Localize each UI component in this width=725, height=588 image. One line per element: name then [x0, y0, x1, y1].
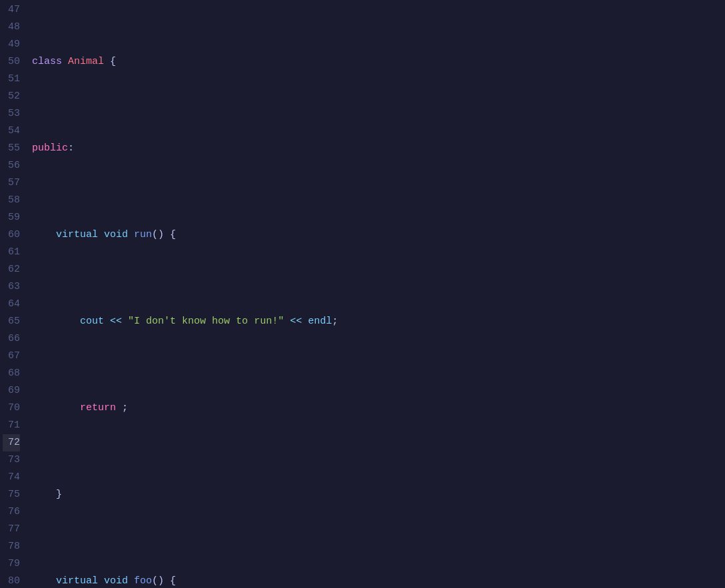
line-num-73: 73 [3, 451, 20, 469]
code-line-48: public: [32, 140, 725, 157]
line-num-47: 47 [3, 1, 20, 19]
line-num-64: 64 [3, 296, 20, 313]
line-num-68: 68 [3, 365, 20, 382]
line-num-69: 69 [3, 382, 20, 400]
line-num-70: 70 [3, 400, 20, 417]
line-num-60: 60 [3, 226, 20, 244]
line-num-56: 56 [3, 157, 20, 174]
line-num-77: 77 [3, 521, 20, 538]
line-num-51: 51 [3, 71, 20, 88]
line-num-80: 80 [3, 573, 20, 588]
code-line-52: } [32, 486, 725, 503]
line-num-65: 65 [3, 313, 20, 330]
line-num-76: 76 [3, 503, 20, 521]
line-num-67: 67 [3, 348, 20, 365]
code-content: class Animal { public: virtual void run(… [25, 1, 725, 588]
line-num-48: 48 [3, 19, 20, 36]
line-num-66: 66 [3, 330, 20, 348]
line-num-50: 50 [3, 53, 20, 71]
line-num-55: 55 [3, 140, 20, 157]
line-num-57: 57 [3, 174, 20, 192]
line-num-63: 63 [3, 278, 20, 296]
line-num-59: 59 [3, 209, 20, 226]
line-num-61: 61 [3, 244, 20, 261]
line-num-78: 78 [3, 538, 20, 555]
line-numbers: 47 48 49 50 51 52 53 54 55 56 57 58 59 6… [0, 1, 25, 588]
code-line-50: cout << "I don't know how to run!" << en… [32, 313, 725, 330]
line-num-74: 74 [3, 469, 20, 486]
line-num-52: 52 [3, 88, 20, 105]
line-num-79: 79 [3, 555, 20, 573]
line-num-62: 62 [3, 261, 20, 278]
line-num-72: 72 [3, 434, 20, 451]
line-num-49: 49 [3, 36, 20, 53]
code-line-51: return ; [32, 400, 725, 417]
line-num-71: 71 [3, 417, 20, 434]
line-num-58: 58 [3, 192, 20, 209]
line-num-54: 54 [3, 123, 20, 140]
line-num-75: 75 [3, 486, 20, 503]
line-num-53: 53 [3, 105, 20, 123]
code-line-49: virtual void run() { [32, 226, 725, 244]
code-editor: 47 48 49 50 51 52 53 54 55 56 57 58 59 6… [0, 0, 725, 588]
code-line-47: class Animal { [32, 53, 725, 71]
code-line-53: virtual void foo() { [32, 573, 725, 588]
